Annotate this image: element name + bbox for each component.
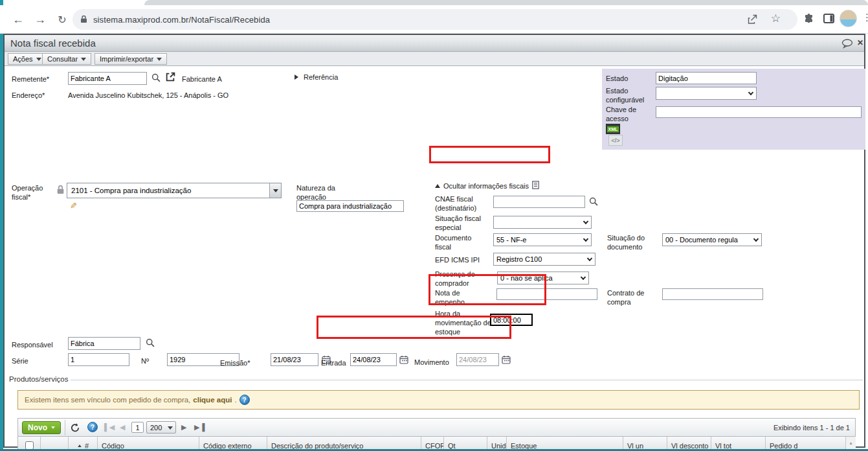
reload-icon[interactable]: ↻ xyxy=(53,10,71,29)
menu-consultar-label: Consultar xyxy=(47,55,78,63)
side-panel-icon[interactable] xyxy=(823,14,834,25)
presenca-value: 0 - não se aplica xyxy=(500,274,553,282)
nota-empenho-input[interactable] xyxy=(496,288,597,300)
chevron-down-icon xyxy=(273,189,278,192)
documento-fiscal-select[interactable]: 55 - NF-e xyxy=(493,233,592,246)
warning-suffix: . xyxy=(234,396,236,404)
scroll-up-icon[interactable]: ▲ xyxy=(849,441,853,445)
doc-lines-icon[interactable] xyxy=(532,181,539,191)
next-page-icon[interactable]: ▶ xyxy=(181,423,186,432)
calendar-icon[interactable] xyxy=(502,355,511,365)
chevron-down-icon xyxy=(753,237,759,242)
operacao-fiscal-select[interactable]: 2101 - Compra para industrialização xyxy=(67,183,282,198)
back-icon[interactable]: ← xyxy=(9,10,27,29)
calendar-icon[interactable] xyxy=(399,355,408,365)
endereco-label: Endereço* xyxy=(12,91,45,100)
remetente-link[interactable]: Fabricante A xyxy=(182,75,222,84)
toolbar-divider xyxy=(65,420,65,435)
chave-acesso-label: Chave de acesso xyxy=(606,105,645,123)
presenca-label: Presença do comprador xyxy=(435,270,491,288)
help-icon[interactable]: ? xyxy=(87,422,98,432)
chevron-down-icon xyxy=(581,275,586,280)
app-window: Nota fiscal recebida ✕ Ações Consultar I… xyxy=(3,34,865,448)
last-page-icon[interactable]: ▶▐ xyxy=(194,423,205,432)
page-number: 1 xyxy=(135,424,139,432)
serie-label: Série xyxy=(12,356,28,365)
xml-badge: XML xyxy=(607,126,619,132)
share-icon[interactable] xyxy=(747,14,757,26)
situacao-especial-label: Situação fiscal especial xyxy=(435,214,495,232)
efd-label: EFD ICMS IPI xyxy=(435,255,480,264)
bookmark-star-icon[interactable]: ☆ xyxy=(771,12,781,25)
collapse-triangle-icon xyxy=(435,184,440,188)
edit-pencil-icon[interactable]: ✎ xyxy=(70,201,77,211)
estado-input[interactable] xyxy=(656,72,757,84)
profile-avatar[interactable] xyxy=(840,10,857,27)
hora-movimentacao-label: Hora da movimentação de estoque xyxy=(435,309,495,336)
help-icon[interactable]: ? xyxy=(239,395,250,405)
browser-tab[interactable] xyxy=(144,0,868,5)
responsavel-label: Responsável xyxy=(12,340,53,349)
chave-acesso-input[interactable] xyxy=(656,106,862,118)
screen: ← → ↻ sistema.maxiprod.com.br/NotaFiscal… xyxy=(0,0,868,451)
hora-movimentacao-input[interactable] xyxy=(490,314,533,326)
entrada-input[interactable] xyxy=(350,353,397,366)
external-link-icon[interactable] xyxy=(165,72,175,84)
novo-label: Novo xyxy=(28,423,47,432)
page-size-select[interactable]: 200 xyxy=(146,421,176,434)
documento-fiscal-label: Documento fiscal xyxy=(435,233,487,251)
dropdown-button[interactable] xyxy=(269,183,281,198)
menu-consultar[interactable]: Consultar xyxy=(42,53,91,65)
sort-asc-icon xyxy=(78,444,82,446)
comment-bubble-icon[interactable] xyxy=(841,39,853,50)
numero-label: Nº xyxy=(141,356,149,365)
entrada-label: Entrada xyxy=(321,358,346,367)
search-icon[interactable] xyxy=(146,338,155,349)
efd-select[interactable]: Registro C100 xyxy=(493,253,595,266)
tab-strip xyxy=(3,0,868,5)
presenca-select[interactable]: 0 - não se aplica xyxy=(497,272,589,284)
fieldset-border xyxy=(6,380,863,380)
remetente-input[interactable] xyxy=(68,72,147,85)
fiscal-section-toggle[interactable]: Ocultar informações fiscais xyxy=(435,181,539,191)
warning-link[interactable]: clique aqui xyxy=(193,396,232,404)
address-bar[interactable]: sistema.maxiprod.com.br/NotaFiscal/Receb… xyxy=(72,9,797,30)
xml-file-icon[interactable]: XML xyxy=(606,124,620,134)
cnae-input[interactable] xyxy=(493,196,585,208)
responsavel-input[interactable] xyxy=(68,337,140,350)
first-page-icon[interactable]: ▌◀ xyxy=(104,423,115,432)
chevron-down-icon xyxy=(583,219,588,224)
situacao-documento-select[interactable]: 00 - Documento regula xyxy=(662,233,762,246)
extensions-puzzle-icon[interactable] xyxy=(803,13,814,25)
natureza-operacao-input[interactable] xyxy=(296,200,404,212)
refresh-icon[interactable] xyxy=(70,422,80,434)
page-title: Nota fiscal recebida xyxy=(10,38,96,49)
movimento-label: Movimento xyxy=(414,358,449,367)
page-number-box[interactable]: 1 xyxy=(131,422,144,433)
search-icon[interactable] xyxy=(589,197,598,207)
chevron-down-icon xyxy=(157,58,162,61)
produtos-legend: Produtos/serviços xyxy=(6,375,71,383)
menu-imprimir-exportar[interactable]: Imprimir/exportar xyxy=(95,53,167,65)
search-icon[interactable] xyxy=(151,73,161,84)
prev-page-icon[interactable]: ◀ xyxy=(120,423,125,432)
novo-button[interactable]: Novo xyxy=(22,421,61,434)
contrato-compra-input[interactable] xyxy=(662,288,763,300)
serie-input[interactable] xyxy=(68,353,129,366)
referencia-label: Referência xyxy=(304,73,338,81)
menu-acoes-label: Ações xyxy=(13,55,33,63)
situacao-especial-select[interactable] xyxy=(493,216,592,229)
warning-banner: Existem itens sem vínculo com pedido de … xyxy=(17,390,860,410)
close-icon[interactable]: ✕ xyxy=(857,38,863,47)
movimento-input[interactable] xyxy=(456,353,499,366)
referencia-toggle[interactable]: Referência xyxy=(295,73,338,82)
app-menubar: Ações Consultar Imprimir/exportar xyxy=(5,52,864,66)
estado-configuravel-select[interactable] xyxy=(656,87,757,100)
browser-menu-icon[interactable]: ⋮ xyxy=(862,12,868,23)
fiscal-toggle-label: Ocultar informações fiscais xyxy=(443,181,529,191)
menu-acoes[interactable]: Ações xyxy=(8,53,47,65)
cnae-label: CNAE fiscal (destinatário) xyxy=(435,194,491,213)
emissao-input[interactable] xyxy=(271,353,318,366)
code-icon[interactable]: </> xyxy=(608,135,623,146)
forward-icon[interactable]: → xyxy=(31,10,49,29)
